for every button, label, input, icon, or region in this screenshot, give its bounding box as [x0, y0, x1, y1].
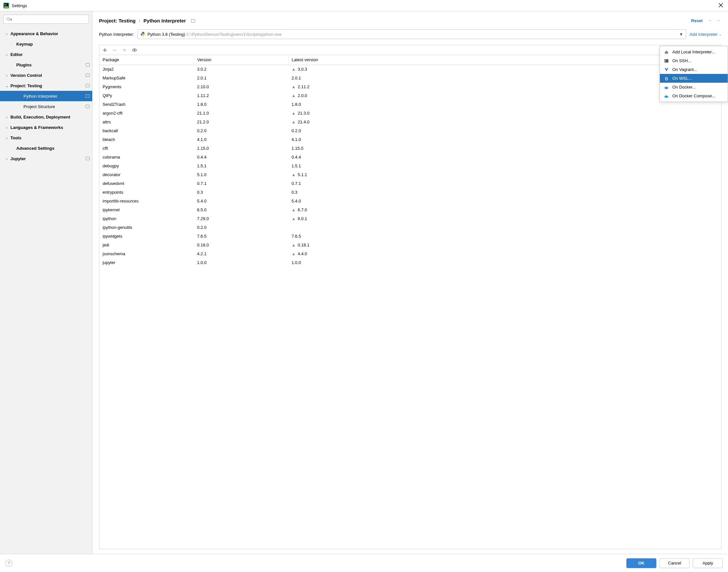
package-name: attrs [100, 118, 194, 126]
table-row[interactable]: defusedxml0.7.10.7.1 [100, 179, 721, 188]
table-row[interactable]: MarkupSafe2.0.12.0.1 [100, 74, 721, 82]
package-version: 4.1.0 [194, 135, 288, 144]
sidebar-item[interactable]: ›Jupyter [0, 153, 92, 164]
chevron-right-icon: › [5, 115, 9, 120]
python-icon [140, 31, 146, 37]
column-header-version[interactable]: Version [194, 55, 288, 65]
chevron-right-icon: › [5, 52, 9, 57]
help-button[interactable]: ? [5, 560, 12, 567]
svg-point-10 [666, 77, 666, 78]
project-badge-icon [86, 74, 89, 77]
table-row[interactable]: ipython-genutils0.2.0 [100, 223, 721, 232]
chevron-down-icon: ⌄ [5, 83, 9, 88]
close-button[interactable] [717, 3, 725, 8]
upgrade-available-icon: ▲ [291, 93, 296, 98]
project-badge-icon [86, 94, 89, 98]
table-row[interactable]: QtPy1.11.2▲2.0.0 [100, 91, 721, 100]
table-row[interactable]: jsonschema4.2.1▲4.4.0 [100, 249, 721, 258]
apply-button[interactable]: Apply [693, 558, 723, 568]
package-latest: 0.2.0 [288, 126, 721, 135]
menu-item-label: On Vagrant... [672, 67, 697, 72]
sidebar-item[interactable]: Project Structure [0, 101, 92, 112]
table-row[interactable]: jedi0.18.0▲0.18.1 [100, 240, 721, 249]
package-version: 2.0.1 [194, 74, 288, 82]
menu-item[interactable]: On Docker Compose... [660, 91, 728, 100]
reset-button[interactable]: Reset [691, 18, 703, 23]
project-badge-icon [191, 19, 195, 22]
package-version: 5.4.0 [194, 197, 288, 205]
table-row[interactable]: bleach4.1.04.1.0 [100, 135, 721, 144]
package-latest: ▲2.11.2 [288, 82, 721, 91]
table-row[interactable]: ipywidgets7.6.57.6.5 [100, 232, 721, 240]
nav-forward-button[interactable]: → [714, 17, 722, 24]
menu-item-label: Add Local Interpreter... [672, 50, 715, 54]
show-early-releases-button[interactable] [132, 48, 137, 52]
package-table: Package Version Latest version Jinja23.0… [100, 55, 721, 267]
table-row[interactable]: Jinja23.0.2▲3.0.3 [100, 65, 721, 74]
sidebar-item[interactable]: ›Editor [0, 49, 92, 60]
package-version: 0.2.0 [194, 223, 288, 232]
cancel-button[interactable]: Cancel [660, 558, 689, 568]
nav-back-button[interactable]: ← [707, 17, 714, 24]
sidebar-item[interactable]: ›Version Control [0, 70, 92, 80]
menu-item[interactable]: On Vagrant... [660, 65, 728, 74]
window-title: Settings [12, 3, 717, 8]
upgrade-package-button[interactable] [122, 48, 127, 53]
main-panel: Project: Testing › Python Interpreter Re… [92, 11, 728, 554]
package-version: 7.29.0 [194, 214, 288, 223]
remove-package-button[interactable] [112, 48, 117, 53]
project-badge-icon [86, 105, 89, 108]
sidebar-item[interactable]: Keymap [0, 39, 92, 49]
package-latest: ▲6.7.0 [288, 205, 721, 214]
svg-point-6 [134, 50, 135, 51]
sidebar-item[interactable]: ›Build, Execution, Deployment [0, 112, 92, 122]
settings-search[interactable]: ▾ [3, 15, 89, 24]
sidebar-item[interactable]: ›Languages & Frameworks [0, 122, 92, 133]
sidebar-item[interactable]: Advanced Settings [0, 143, 92, 153]
menu-item[interactable]: On WSL... [660, 74, 728, 83]
sidebar-item[interactable]: ›Tools [0, 133, 92, 143]
table-row[interactable]: argon2-cffi21.1.0▲21.3.0 [100, 109, 721, 118]
ok-button[interactable]: OK [626, 558, 656, 568]
add-interpreter-button[interactable]: Add Interpreter ⌄ [689, 32, 722, 37]
search-input[interactable] [12, 17, 86, 22]
package-name: ipython [100, 214, 194, 223]
sidebar-item[interactable]: Python Interpreter [0, 91, 92, 101]
package-latest: 1.8.0 [288, 100, 721, 109]
package-version: 1.0.0 [194, 258, 288, 267]
package-latest: 0.3 [288, 188, 721, 197]
menu-item[interactable]: On Docker... [660, 83, 728, 91]
table-row[interactable]: debugpy1.5.11.5.1 [100, 161, 721, 170]
table-row[interactable]: importlib-resources5.4.05.4.0 [100, 197, 721, 205]
package-version: 7.6.5 [194, 232, 288, 240]
table-row[interactable]: decorator5.1.0▲5.1.1 [100, 170, 721, 179]
package-latest: 0.7.1 [288, 179, 721, 188]
add-package-button[interactable] [103, 48, 107, 53]
table-row[interactable]: colorama0.4.40.4.4 [100, 153, 721, 161]
column-header-package[interactable]: Package [100, 55, 194, 65]
menu-item[interactable]: Add Local Interpreter... [660, 48, 728, 56]
table-row[interactable]: Send2Trash1.8.01.8.0 [100, 100, 721, 109]
menu-item[interactable]: On SSH... [660, 56, 728, 65]
table-row[interactable]: ipykernel6.5.0▲6.7.0 [100, 205, 721, 214]
table-row[interactable]: backcall0.2.00.2.0 [100, 126, 721, 135]
interpreter-select[interactable]: Python 3.8 (Testing)C:\PythonDemos\Testi… [137, 29, 686, 39]
chevron-right-icon: › [5, 156, 9, 161]
package-latest: 1.15.0 [288, 144, 721, 153]
breadcrumb-page: Python Interpreter [144, 18, 186, 23]
sidebar-item[interactable]: Plugins [0, 60, 92, 70]
table-row[interactable]: entrypoints0.30.3 [100, 188, 721, 197]
upgrade-available-icon: ▲ [291, 67, 296, 72]
package-name: ipywidgets [100, 232, 194, 240]
column-header-latest[interactable]: Latest version [288, 55, 721, 65]
table-row[interactable]: ipython7.29.0▲8.0.1 [100, 214, 721, 223]
chevron-right-icon: › [5, 31, 9, 36]
package-latest: ▲21.4.0 [288, 118, 721, 126]
table-row[interactable]: cffi1.15.01.15.0 [100, 144, 721, 153]
vagrant-icon [664, 67, 669, 72]
sidebar-item[interactable]: ⌄Project: Testing [0, 80, 92, 91]
table-row[interactable]: jupyter1.0.01.0.0 [100, 258, 721, 267]
sidebar-item[interactable]: ›Appearance & Behavior [0, 28, 92, 39]
table-row[interactable]: Pygments2.10.0▲2.11.2 [100, 82, 721, 91]
table-row[interactable]: attrs21.2.0▲21.4.0 [100, 118, 721, 126]
